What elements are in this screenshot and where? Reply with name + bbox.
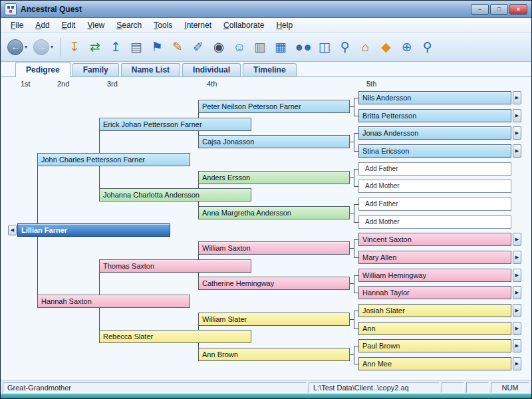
- pedigree-box-gen5-pos11[interactable]: William Hemingway: [358, 269, 511, 282]
- expand-ancestors-button[interactable]: ▶: [513, 322, 521, 335]
- pedigree-box-gen2-pos1[interactable]: John Charles Pettersson Farner: [37, 153, 190, 166]
- statusbar-panel-2: [466, 382, 489, 393]
- expand-ancestors-button[interactable]: ▶: [513, 126, 521, 140]
- pedigree-box-gen5-pos8[interactable]: Add Mother: [358, 215, 511, 229]
- numlock-indicator: NUM: [491, 382, 529, 393]
- pedigree-box-gen5-pos5[interactable]: Add Father: [358, 162, 511, 176]
- statusbar-panel-1: [442, 382, 464, 393]
- connector-line: [354, 364, 358, 364]
- connector-line: [354, 151, 358, 152]
- tab-name-list[interactable]: Name List: [121, 63, 180, 76]
- connector-line: [354, 98, 354, 116]
- connector-line: [198, 113, 199, 118]
- connector-line: [354, 186, 358, 187]
- app-window: Ancestral Quest − □ × FileAddEditViewSea…: [0, 0, 532, 399]
- connector-line: [354, 275, 358, 276]
- pedigree-box-gen4-pos4[interactable]: Anna Margretha Andersson: [198, 206, 350, 219]
- pedigree-box-gen5-pos6[interactable]: Add Mother: [358, 180, 511, 193]
- connector-line: [354, 204, 354, 222]
- connector-line: [354, 169, 354, 186]
- pedigree-box-gen3-pos2[interactable]: Johanna Charlotta Andersson: [99, 188, 251, 201]
- expand-ancestors-button[interactable]: ▶: [513, 109, 521, 122]
- pedigree-box-gen4-pos5[interactable]: William Saxton: [198, 241, 350, 255]
- tab-pedigree[interactable]: Pedigree: [15, 62, 70, 77]
- pedigree-box-gen5-pos12[interactable]: Hannah Taylor: [358, 286, 511, 299]
- pedigree-box-gen3-pos3[interactable]: Thomas Saxton: [99, 259, 251, 273]
- expand-ancestors-button[interactable]: ▶: [513, 269, 521, 282]
- connector-line: [354, 239, 354, 257]
- window-bottom-frame: [1, 394, 531, 398]
- pedigree-box-gen4-pos6[interactable]: Catherine Hemingway: [198, 277, 350, 290]
- pedigree-box-gen5-pos14[interactable]: Ann: [358, 322, 511, 335]
- connector-line: [198, 201, 199, 206]
- pedigree-box-gen5-pos1[interactable]: Nils Andersson: [358, 91, 511, 104]
- connector-line: [99, 166, 100, 188]
- connector-line: [37, 166, 38, 223]
- pedigree-box-gen5-pos3[interactable]: Jonas Andersson: [358, 126, 511, 140]
- connector-line: [354, 346, 358, 346]
- connector-line: [99, 131, 100, 153]
- connector-line: [354, 346, 354, 364]
- relationship-status: Great-Grandmother: [3, 382, 307, 393]
- pedigree-box-gen3-pos4[interactable]: Rebecca Slater: [99, 330, 251, 343]
- pedigree-box-gen4-pos7[interactable]: William Slater: [198, 313, 350, 326]
- file-path: L:\Test Data\Client..\copy2.aq: [309, 382, 440, 393]
- pedigree-box-gen5-pos15[interactable]: Paul Brown: [358, 339, 511, 352]
- pedigree-box-gen4-pos3[interactable]: Anders Ersson: [198, 171, 350, 184]
- connector-line: [354, 275, 354, 293]
- pedigree-box-gen1-pos1[interactable]: Lillian Farner: [17, 223, 170, 237]
- expand-ancestors-button[interactable]: ▶: [513, 233, 521, 246]
- expand-ancestors-button[interactable]: ▶: [513, 251, 521, 264]
- expand-ancestors-button[interactable]: ▶: [513, 91, 521, 104]
- pedigree-box-gen5-pos9[interactable]: Vincent Saxton: [358, 233, 511, 246]
- connector-line: [354, 133, 358, 134]
- expand-ancestors-button[interactable]: ▶: [513, 286, 521, 299]
- pedigree-box-gen4-pos2[interactable]: Cajsa Jonasson: [198, 135, 350, 148]
- connector-line: [198, 343, 199, 348]
- connector-line: [354, 133, 354, 151]
- previous-generation-button[interactable]: ◀: [8, 225, 17, 235]
- pedigree-box-gen3-pos1[interactable]: Erick Johan Pettersson Farner: [99, 118, 251, 131]
- connector-line: [354, 239, 358, 240]
- connector-line: [354, 311, 354, 329]
- tab-family[interactable]: Family: [72, 63, 119, 76]
- connector-line: [354, 116, 358, 116]
- connector-line: [354, 222, 358, 223]
- connector-line: [354, 169, 358, 170]
- pedigree-box-gen2-pos2[interactable]: Hannah Saxton: [37, 295, 190, 308]
- connector-line: [99, 273, 100, 295]
- tab-timeline[interactable]: Timeline: [243, 63, 296, 76]
- statusbar: Great-Grandmother L:\Test Data\Client..\…: [1, 380, 531, 394]
- pedigree-box-gen4-pos8[interactable]: Ann Brown: [198, 348, 350, 361]
- connector-line: [99, 308, 100, 330]
- connector-line: [354, 257, 358, 258]
- connector-line: [354, 204, 358, 205]
- pedigree-box-gen5-pos16[interactable]: Ann Mee: [358, 357, 511, 370]
- pedigree-box-gen5-pos2[interactable]: Britta Pettersson: [358, 109, 511, 122]
- connector-line: [354, 98, 358, 98]
- view-tabstrip: PedigreeFamilyName ListIndividualTimelin…: [1, 62, 531, 77]
- pedigree-box-gen5-pos13[interactable]: Josiah Slater: [358, 304, 511, 317]
- pedigree-box-gen5-pos4[interactable]: Stina Ericsson: [358, 144, 511, 158]
- expand-ancestors-button[interactable]: ▶: [513, 304, 521, 317]
- expand-ancestors-button[interactable]: ▶: [513, 339, 521, 352]
- expand-ancestors-button[interactable]: ▶: [513, 357, 521, 370]
- connector-line: [354, 329, 358, 329]
- connector-line: [198, 255, 199, 259]
- expand-ancestors-button[interactable]: ▶: [513, 144, 521, 158]
- pedigree-box-gen4-pos1[interactable]: Peter Neilson Peterson Farner: [198, 100, 350, 113]
- pedigree-box-gen5-pos10[interactable]: Mary Allen: [358, 251, 511, 264]
- tab-individual[interactable]: Individual: [182, 63, 241, 76]
- pedigree-box-gen5-pos7[interactable]: Add Father: [358, 198, 511, 211]
- connector-line: [354, 311, 358, 311]
- connector-line: [37, 237, 38, 295]
- connector-line: [354, 293, 358, 293]
- pedigree-chart: Lillian FarnerJohn Charles Pettersson Fa…: [1, 1, 531, 398]
